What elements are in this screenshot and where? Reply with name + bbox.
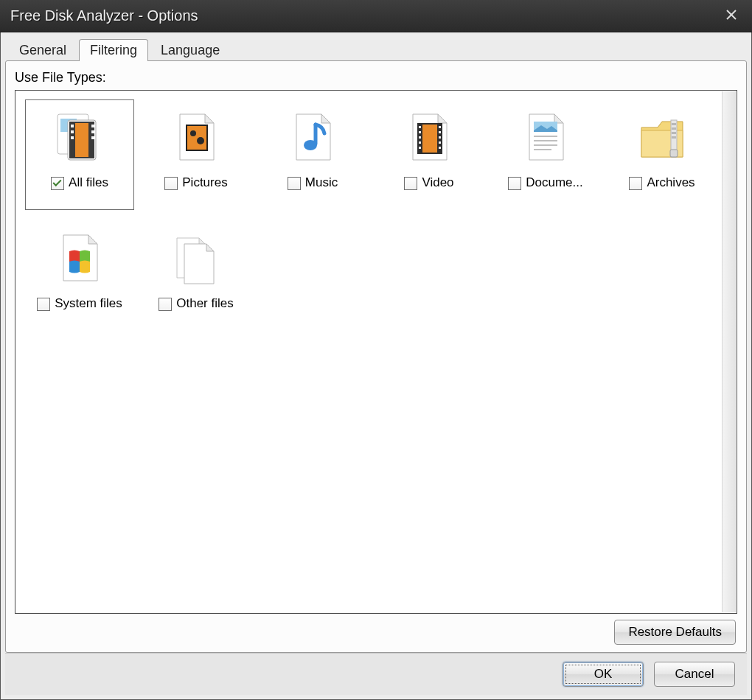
file-types-list: All files <box>15 90 737 614</box>
section-title: Use File Types: <box>15 70 737 85</box>
file-types-grid: All files <box>21 97 731 338</box>
filetype-item-system[interactable]: System files <box>25 220 134 331</box>
options-window: Free Disk Analyzer - Options General Fil… <box>0 0 752 700</box>
checkbox-other[interactable] <box>159 298 172 311</box>
pictures-icon <box>163 105 229 171</box>
filetype-label: System files <box>55 296 122 311</box>
svg-point-16 <box>190 130 196 136</box>
checkbox-video[interactable] <box>404 177 417 190</box>
svg-rect-38 <box>672 127 676 130</box>
tab-content-filtering: Use File Types: <box>5 60 747 653</box>
svg-rect-40 <box>672 136 676 139</box>
tab-language[interactable]: Language <box>150 39 231 61</box>
filetype-label: All files <box>69 175 108 190</box>
checkbox-system[interactable] <box>37 298 50 311</box>
filetype-item-video[interactable]: Video <box>375 99 484 210</box>
svg-rect-21 <box>419 126 421 128</box>
svg-point-17 <box>197 137 204 144</box>
svg-rect-26 <box>439 126 441 128</box>
filetype-item-archives[interactable]: Archives <box>607 99 717 210</box>
svg-rect-9 <box>71 130 74 133</box>
filetype-caption-row: System files <box>29 296 130 311</box>
restore-defaults-row: Restore Defaults <box>15 614 737 645</box>
svg-rect-13 <box>91 136 94 139</box>
svg-rect-29 <box>439 141 441 144</box>
svg-rect-10 <box>71 136 74 139</box>
cancel-button[interactable]: Cancel <box>654 662 735 687</box>
filetype-item-all-files[interactable]: All files <box>25 99 134 210</box>
music-icon <box>279 105 346 171</box>
checkbox-all-files[interactable] <box>51 177 64 190</box>
svg-rect-30 <box>439 147 441 149</box>
other-icon <box>163 225 229 292</box>
checkbox-pictures[interactable] <box>164 177 178 190</box>
all-files-icon <box>46 105 113 171</box>
filetype-item-pictures[interactable]: Pictures <box>142 99 251 210</box>
svg-rect-20 <box>422 125 437 153</box>
svg-rect-37 <box>672 123 676 125</box>
filetype-caption-row: Docume... <box>495 175 596 190</box>
filetype-caption-row: Pictures <box>145 175 247 190</box>
svg-point-18 <box>304 140 317 150</box>
filetype-caption-row: Video <box>378 175 480 190</box>
tab-row: General Filtering Language <box>5 37 747 60</box>
dialog-body: General Filtering Language Use File Type… <box>0 32 752 700</box>
checkbox-archives[interactable] <box>629 177 642 190</box>
svg-rect-39 <box>672 132 676 134</box>
checkbox-documents[interactable] <box>508 177 521 190</box>
window-title: Free Disk Analyzer - Options <box>10 7 721 24</box>
svg-rect-15 <box>187 126 206 150</box>
svg-rect-41 <box>670 150 678 157</box>
filetype-label: Music <box>305 175 338 190</box>
filetype-item-other[interactable]: Other files <box>142 220 251 331</box>
restore-defaults-button[interactable]: Restore Defaults <box>614 620 736 645</box>
svg-rect-11 <box>91 125 94 127</box>
dialog-footer: OK Cancel <box>5 653 747 695</box>
svg-rect-28 <box>439 136 441 139</box>
filetype-caption-row: Music <box>262 175 363 190</box>
system-icon <box>46 225 113 292</box>
documents-icon <box>512 105 579 171</box>
title-bar: Free Disk Analyzer - Options <box>0 0 752 32</box>
filetype-item-music[interactable]: Music <box>258 99 367 210</box>
svg-rect-27 <box>439 131 441 133</box>
close-button[interactable] <box>721 6 742 27</box>
ok-button[interactable]: OK <box>563 662 644 687</box>
close-icon <box>725 7 737 24</box>
filetype-label: Video <box>422 175 453 190</box>
tab-general[interactable]: General <box>8 39 77 61</box>
filetype-caption-row: Other files <box>145 296 247 311</box>
svg-rect-6 <box>75 123 88 157</box>
filetype-caption-row: Archives <box>611 175 713 190</box>
svg-rect-22 <box>419 131 421 133</box>
video-icon <box>396 105 462 171</box>
filetype-item-documents[interactable]: Docume... <box>491 99 600 210</box>
svg-rect-24 <box>419 141 421 144</box>
svg-rect-25 <box>419 147 421 149</box>
vertical-scrollbar[interactable] <box>722 91 736 612</box>
filetype-label: Docume... <box>526 175 582 190</box>
archives-icon <box>629 105 695 171</box>
filetype-label: Pictures <box>182 175 227 190</box>
svg-rect-23 <box>419 136 421 139</box>
filetype-label: Archives <box>647 175 694 190</box>
checkbox-music[interactable] <box>288 177 301 190</box>
tabs-container: General Filtering Language Use File Type… <box>5 37 747 653</box>
svg-rect-12 <box>91 130 94 133</box>
filetype-label: Other files <box>176 296 233 311</box>
svg-rect-8 <box>71 125 74 127</box>
tab-filtering[interactable]: Filtering <box>79 39 148 61</box>
filetype-caption-row: All files <box>29 175 130 190</box>
